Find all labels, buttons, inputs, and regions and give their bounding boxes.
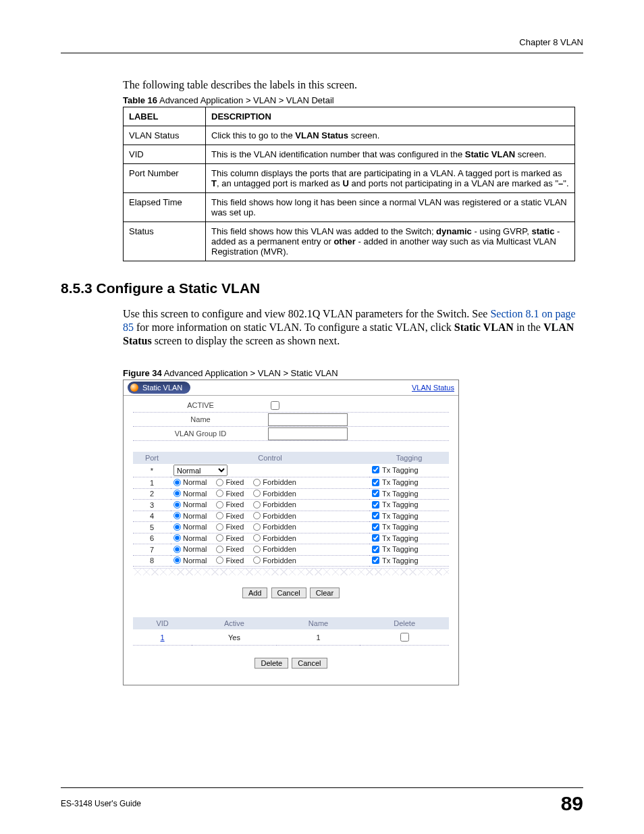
- vlan-status-link[interactable]: VLAN Status: [412, 384, 454, 392]
- radio-forbidden[interactable]: [253, 546, 261, 553]
- radio-forbidden[interactable]: [253, 556, 261, 564]
- th-name: Name: [277, 617, 360, 629]
- radio-normal[interactable]: [173, 534, 181, 542]
- cancel-button[interactable]: Cancel: [271, 588, 306, 598]
- table-row: VID This is the VLAN identification numb…: [124, 145, 575, 164]
- table-caption-prefix: Table 16: [123, 95, 157, 105]
- radio-fixed[interactable]: [216, 523, 223, 531]
- txtagging-checkbox[interactable]: [372, 556, 379, 564]
- radio-fixed[interactable]: [216, 556, 223, 564]
- cell-desc: This field shows how long it has been si…: [206, 193, 575, 222]
- footer-page-number: 89: [561, 792, 583, 815]
- tagging-cell: Tx Tagging: [369, 555, 449, 567]
- radio-normal[interactable]: [173, 501, 181, 509]
- chapter-label: Chapter 8 VLAN: [61, 37, 583, 47]
- txtagging-checkbox[interactable]: [372, 534, 379, 542]
- radio-normal[interactable]: [173, 546, 181, 553]
- radio-forbidden-label: Forbidden: [263, 534, 296, 542]
- control-cell: Normal: [171, 464, 369, 477]
- radio-fixed[interactable]: [216, 534, 223, 542]
- delete-checkbox[interactable]: [400, 633, 409, 642]
- radio-forbidden[interactable]: [253, 490, 261, 497]
- txtagging-checkbox[interactable]: [372, 479, 379, 486]
- name-input[interactable]: [268, 413, 348, 426]
- vid-link[interactable]: 1: [161, 633, 165, 642]
- radio-forbidden-label: Forbidden: [263, 556, 296, 565]
- th-active: Active: [192, 617, 277, 629]
- control-cell: NormalFixedForbidden: [171, 522, 369, 533]
- radio-forbidden[interactable]: [253, 501, 261, 509]
- port-number: 8: [133, 555, 171, 567]
- radio-forbidden[interactable]: [253, 512, 261, 519]
- tagging-cell: Tx Tagging: [369, 533, 449, 544]
- add-button[interactable]: Add: [242, 588, 268, 598]
- th-control: Control: [171, 452, 369, 464]
- button-row-top: Add Cancel Clear: [133, 575, 449, 610]
- tagging-cell: Tx Tagging: [369, 522, 449, 533]
- txtagging-label: Tx Tagging: [382, 556, 419, 565]
- txtagging-checkbox[interactable]: [372, 501, 379, 509]
- section-paragraph: Use this screen to configure and view 80…: [123, 307, 583, 348]
- table-row: Elapsed Time This field shows how long i…: [124, 193, 575, 222]
- cancel-button-2[interactable]: Cancel: [292, 658, 327, 669]
- port-row: 2NormalFixedForbiddenTx Tagging: [133, 488, 449, 500]
- radio-forbidden[interactable]: [253, 523, 261, 531]
- radio-forbidden[interactable]: [253, 479, 261, 486]
- delete-button[interactable]: Delete: [254, 658, 288, 669]
- table-row: Status This field shows how this VLAN wa…: [124, 222, 575, 261]
- page-footer: ES-3148 User's Guide 89: [61, 787, 583, 815]
- vlan-group-id-input[interactable]: [268, 427, 348, 440]
- radio-normal[interactable]: [173, 490, 181, 497]
- cell-label: VID: [124, 145, 206, 164]
- figure-header: Static VLAN VLAN Status: [124, 380, 458, 396]
- radio-normal[interactable]: [173, 479, 181, 486]
- radio-fixed-label: Fixed: [225, 523, 244, 531]
- table-caption: Table 16 Advanced Application > VLAN > V…: [123, 95, 583, 105]
- button-row-bottom: Delete Cancel: [133, 646, 449, 681]
- txtagging-checkbox[interactable]: [372, 490, 379, 497]
- control-cell: NormalFixedForbidden: [171, 544, 369, 556]
- radio-fixed[interactable]: [216, 546, 223, 553]
- radio-normal[interactable]: [173, 523, 181, 531]
- label-active: ACTIVE: [133, 401, 268, 409]
- port-number: 5: [133, 522, 171, 533]
- radio-normal[interactable]: [173, 556, 181, 564]
- cell-label: Port Number: [124, 164, 206, 193]
- figure-caption-prefix: Figure 34: [123, 368, 162, 378]
- txtagging-checkbox[interactable]: [372, 546, 379, 553]
- table-row: VLAN Status Click this to go to the VLAN…: [124, 126, 575, 145]
- control-select[interactable]: Normal: [173, 465, 227, 476]
- cell-desc: Click this to go to the VLAN Status scre…: [206, 126, 575, 145]
- vlan-list-table: VID Active Name Delete 1 Yes 1: [133, 617, 449, 646]
- radio-normal-label: Normal: [183, 512, 207, 520]
- port-row: 7NormalFixedForbiddenTx Tagging: [133, 544, 449, 556]
- clear-button[interactable]: Clear: [310, 588, 340, 598]
- figure-caption: Figure 34 Advanced Application > VLAN > …: [123, 368, 583, 378]
- txtagging-label: Tx Tagging: [382, 534, 419, 542]
- radio-forbidden-label: Forbidden: [263, 478, 296, 486]
- radio-fixed[interactable]: [216, 479, 223, 486]
- active-checkbox[interactable]: [271, 401, 279, 410]
- radio-fixed[interactable]: [216, 512, 223, 519]
- cell-label: Status: [124, 222, 206, 261]
- radio-forbidden-label: Forbidden: [263, 500, 296, 509]
- tab-static-vlan[interactable]: Static VLAN: [128, 382, 190, 394]
- radio-fixed[interactable]: [216, 501, 223, 509]
- radio-normal[interactable]: [173, 512, 181, 519]
- radio-fixed[interactable]: [216, 490, 223, 497]
- cell-vid: 1: [133, 629, 192, 646]
- cell-label: Elapsed Time: [124, 193, 206, 222]
- cell-desc: This is the VLAN identification number t…: [206, 145, 575, 164]
- txtagging-checkbox[interactable]: [372, 512, 379, 519]
- port-row: 3NormalFixedForbiddenTx Tagging: [133, 500, 449, 511]
- cell-label: VLAN Status: [124, 126, 206, 145]
- cell-name: 1: [277, 629, 360, 646]
- tab-label: Static VLAN: [142, 384, 182, 392]
- txtagging-checkbox[interactable]: [372, 466, 379, 473]
- intro-paragraph: The following table describes the labels…: [123, 79, 583, 91]
- radio-forbidden[interactable]: [253, 534, 261, 542]
- port-number: 6: [133, 533, 171, 544]
- txtagging-checkbox[interactable]: [372, 523, 379, 531]
- radio-normal-label: Normal: [183, 500, 207, 509]
- form-section: ACTIVE Name VLAN Group ID: [124, 396, 458, 445]
